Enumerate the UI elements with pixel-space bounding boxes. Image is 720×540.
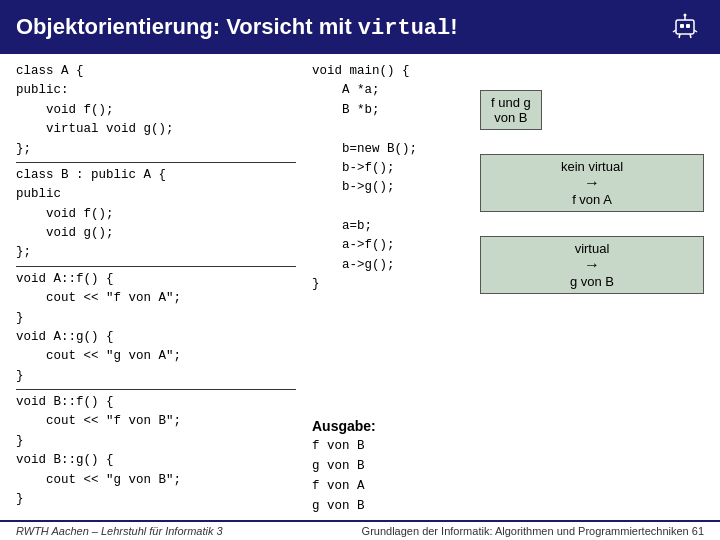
svg-line-7	[679, 34, 680, 38]
left-column: class A { public: void f(); virtual void…	[16, 62, 296, 516]
header: Objektorientierung: Vorsicht mit virtual…	[0, 0, 720, 54]
callout3-arrow: →	[584, 256, 600, 273]
svg-point-4	[684, 14, 687, 17]
title-prefix: Objektorientierung: Vorsicht mit	[16, 14, 358, 39]
void-bf-code: void B::f() { cout << "f von B"; }	[16, 393, 296, 451]
callout2-line1: kein virtual	[561, 159, 623, 174]
callout3-line1: virtual	[575, 241, 610, 256]
callout-box-2: kein virtual → f von A	[480, 154, 704, 212]
main-content: class A { public: void f(); virtual void…	[0, 54, 720, 520]
callout-box-3: virtual → g von B	[480, 236, 704, 294]
callout2-arrow: →	[584, 174, 600, 191]
title-suffix: !	[450, 14, 457, 39]
ausgabe-code: f von B g von B f von A g von B	[312, 436, 704, 516]
svg-rect-0	[676, 20, 694, 34]
header-icon	[666, 8, 704, 46]
divider-1	[16, 162, 296, 163]
svg-line-8	[690, 34, 691, 38]
class-a-code: class A { public: void f(); virtual void…	[16, 62, 296, 159]
slide-title: Objektorientierung: Vorsicht mit virtual…	[16, 14, 458, 41]
footer-right: Grundlagen der Informatik: Algorithmen u…	[362, 525, 704, 537]
right-top-area: void main() { A *a; B *b; b=new B(); b->…	[312, 62, 704, 410]
callout-2: kein virtual → f von A	[480, 154, 704, 212]
ausgabe-label: Ausgabe:	[312, 418, 704, 434]
divider-3	[16, 389, 296, 390]
right-column: void main() { A *a; B *b; b=new B(); b->…	[312, 62, 704, 516]
void-af-code: void A::f() { cout << "f von A"; }	[16, 270, 296, 328]
footer: RWTH Aachen – Lehrstuhl für Informatik 3…	[0, 520, 720, 540]
void-bg-code: void B::g() { cout << "g von B"; }	[16, 451, 296, 509]
main-code-block: void main() { A *a; B *b; b=new B(); b->…	[312, 62, 472, 410]
footer-left: RWTH Aachen – Lehrstuhl für Informatik 3	[16, 525, 223, 537]
ausgabe-section: Ausgabe: f von B g von B f von A g von B	[312, 418, 704, 516]
callout2-line2: f von A	[572, 192, 612, 207]
svg-rect-1	[680, 24, 684, 28]
title-code: virtual	[358, 16, 450, 41]
callout1-line1: f und g	[491, 95, 531, 110]
callout3-line2: g von B	[570, 274, 614, 289]
callout1-line2: von B	[494, 110, 527, 125]
callout-box-1: f und g von B	[480, 90, 542, 130]
void-ag-code: void A::g() { cout << "g von A"; }	[16, 328, 296, 386]
callout-area: f und g von B kein virtual → f von A	[480, 62, 704, 410]
class-b-code: class B : public A { public void f(); vo…	[16, 166, 296, 263]
svg-rect-2	[686, 24, 690, 28]
callout-3: virtual → g von B	[480, 236, 704, 294]
callout-1: f und g von B	[480, 90, 704, 130]
robot-icon	[668, 10, 702, 44]
divider-2	[16, 266, 296, 267]
slide: Objektorientierung: Vorsicht mit virtual…	[0, 0, 720, 540]
